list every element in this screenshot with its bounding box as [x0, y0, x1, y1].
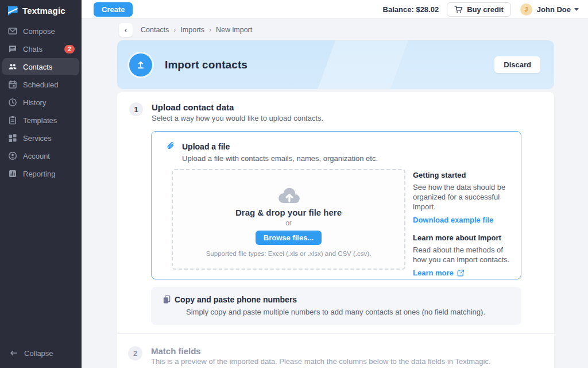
sidebar-spacer	[0, 183, 82, 348]
balance-text: Balance: $28.02	[383, 5, 439, 14]
external-link-icon	[457, 269, 465, 277]
sidebar-item-label: Account	[23, 152, 75, 160]
import-banner: Import contacts Discard	[117, 40, 554, 89]
learn-more-title: Learn more about import	[413, 233, 516, 242]
step-2-title: Match fields	[151, 346, 491, 356]
sidebar-item-label: History	[23, 98, 75, 107]
sidebar-item-chats[interactable]: Chats 2	[2, 40, 79, 57]
file-dropzone[interactable]: Drag & drop your file here or Browse fil…	[172, 169, 405, 270]
sidebar-item-history[interactable]: History	[2, 94, 79, 111]
sidebar-item-account[interactable]: Account	[2, 147, 79, 164]
discard-button[interactable]: Discard	[494, 56, 540, 73]
buy-credit-button[interactable]: Buy credit	[447, 2, 511, 17]
templates-icon	[8, 116, 17, 125]
step-1-title: Upload contact data	[152, 102, 323, 112]
sidebar-item-label: Reporting	[23, 170, 75, 178]
sidebar-item-label: Compose	[23, 27, 75, 36]
dropzone-or-label: or	[285, 219, 292, 227]
user-name: John Doe	[537, 5, 571, 14]
sidebar-item-label: Services	[23, 134, 75, 143]
upload-option-title: Upload a file	[182, 142, 230, 151]
page-title: Import contacts	[165, 59, 247, 71]
sidebar-item-label: Contacts	[23, 63, 75, 71]
contacts-icon	[8, 62, 17, 71]
chevron-down-icon	[574, 8, 579, 11]
upload-file-option-card[interactable]: Upload a file Upload a file with contact…	[151, 131, 521, 279]
step-2-header: 2 Match fields This is a preview of the …	[117, 334, 554, 366]
sidebar-nav: Compose Chats 2 Contacts	[0, 22, 82, 183]
copy-icon	[163, 295, 171, 304]
supported-file-types: Supported file types: Excel (.xls or .xl…	[206, 250, 372, 257]
services-icon	[8, 133, 17, 143]
sidebar-item-scheduled[interactable]: Scheduled	[2, 76, 79, 93]
dropzone-title: Drag & drop your file here	[235, 208, 342, 217]
step-1-subtitle: Select a way how you would like to uploa…	[152, 114, 323, 122]
collapse-label: Collapse	[24, 349, 53, 358]
account-icon	[8, 151, 17, 160]
textmagic-logo-icon	[7, 5, 18, 16]
breadcrumb-new-import: New import	[216, 26, 252, 34]
chat-icon	[8, 44, 17, 53]
sidebar-item-label: Chats	[23, 45, 64, 53]
cart-icon	[454, 5, 463, 14]
buy-credit-label: Buy credit	[467, 5, 504, 14]
sidebar-item-label: Templates	[23, 116, 75, 125]
sidebar-item-templates[interactable]: Templates	[2, 112, 79, 129]
breadcrumb-separator: ›	[173, 26, 176, 34]
create-button[interactable]: Create	[94, 2, 133, 17]
collapse-arrow-icon	[9, 348, 18, 358]
sidebar: Textmagic Compose Chats 2	[0, 0, 82, 368]
collapse-button[interactable]: Collapse	[0, 348, 82, 368]
breadcrumb: ‹ Contacts › Imports › New import	[117, 23, 554, 37]
page-content: ‹ Contacts › Imports › New import	[82, 19, 588, 368]
sidebar-item-services[interactable]: Services	[2, 129, 79, 147]
copy-paste-title: Copy and paste phone numbers	[175, 295, 297, 304]
sidebar-item-reporting[interactable]: Reporting	[2, 165, 79, 182]
upload-circle-badge	[129, 53, 152, 76]
main-area: Create Balance: $28.02 Buy credit J John…	[82, 0, 588, 368]
copy-paste-subtitle: Simply copy and paste multiple numbers t…	[186, 308, 521, 316]
cloud-upload-icon	[276, 186, 302, 204]
reporting-icon	[8, 169, 17, 178]
download-example-label: Download example file	[413, 216, 493, 224]
breadcrumb-separator: ›	[209, 26, 211, 34]
avatar: J	[520, 3, 532, 16]
calendar-icon	[8, 80, 17, 89]
sidebar-item-compose[interactable]: Compose	[2, 22, 79, 40]
sidebar-item-label: Scheduled	[23, 80, 75, 89]
app-root: Textmagic Compose Chats 2	[0, 0, 588, 368]
sidebar-item-contacts[interactable]: Contacts	[2, 58, 79, 75]
breadcrumb-contacts[interactable]: Contacts	[141, 26, 169, 34]
step-1-header: 1 Upload contact data Select a way how y…	[117, 92, 554, 122]
learn-more-label: Learn more	[413, 269, 454, 277]
learn-more-body: Read about the methods of how you can im…	[413, 245, 516, 264]
import-wizard-card: 1 Upload contact data Select a way how y…	[117, 92, 554, 368]
user-menu[interactable]: J John Doe	[520, 3, 579, 16]
compose-icon	[8, 26, 17, 36]
download-example-link[interactable]: Download example file	[413, 216, 516, 224]
copy-paste-option-card[interactable]: Copy and paste phone numbers Simply copy…	[151, 287, 521, 325]
unread-badge: 2	[64, 45, 75, 53]
breadcrumb-imports[interactable]: Imports	[180, 26, 204, 34]
paperclip-icon	[166, 141, 176, 151]
top-bar: Create Balance: $28.02 Buy credit J John…	[82, 0, 588, 19]
upload-help-panel: Getting started See how the data should …	[413, 169, 516, 277]
getting-started-title: Getting started	[413, 171, 516, 179]
learn-more-link[interactable]: Learn more	[413, 269, 516, 277]
logo-text: Textmagic	[22, 6, 65, 16]
step-1-number: 1	[129, 102, 143, 116]
step-2-subtitle: This is a preview of the imported data. …	[151, 357, 491, 366]
back-button[interactable]: ‹	[119, 23, 133, 37]
step-2-number: 2	[128, 346, 142, 361]
getting-started-body: See how the data should be organized for…	[413, 182, 516, 212]
upload-icon	[136, 60, 146, 70]
history-icon	[8, 98, 17, 107]
logo[interactable]: Textmagic	[0, 0, 82, 20]
browse-files-button[interactable]: Browse files...	[256, 231, 322, 245]
upload-option-subtitle: Upload a file with contacts emails, name…	[182, 154, 521, 163]
